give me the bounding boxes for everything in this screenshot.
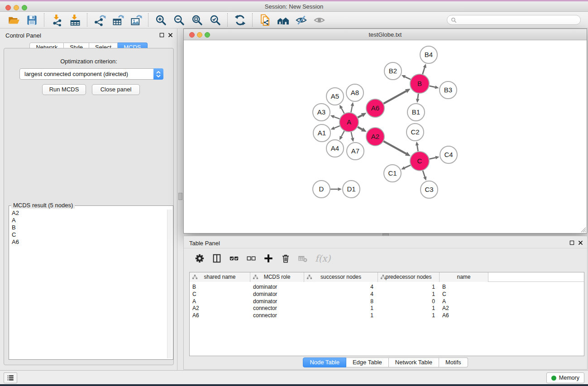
table-cell[interactable]: A2 xyxy=(440,305,488,312)
float-panel-icon[interactable] xyxy=(159,32,165,38)
search-input[interactable] xyxy=(459,17,577,23)
table-cell[interactable]: 1 xyxy=(304,305,378,312)
graph-node-A2[interactable]: A2 xyxy=(366,128,384,146)
edge-A6-B[interactable] xyxy=(383,91,406,103)
edge-C-C2[interactable] xyxy=(417,145,418,151)
table-cell[interactable]: B xyxy=(440,284,488,291)
table-cell[interactable]: connector xyxy=(250,312,304,319)
edge-C-C4[interactable] xyxy=(429,157,435,159)
table-row[interactable]: Bdominator41B xyxy=(190,284,584,291)
edge-A-A4[interactable] xyxy=(341,131,344,137)
export-network-button[interactable] xyxy=(91,12,109,28)
table-cell[interactable]: 1 xyxy=(378,312,440,319)
table-row[interactable]: A2connector11A2 xyxy=(190,305,584,312)
add-column-button[interactable] xyxy=(261,251,276,266)
edge-C-C3[interactable] xyxy=(423,171,425,177)
table-cell[interactable]: A xyxy=(190,298,250,305)
export-image-button[interactable] xyxy=(127,12,145,28)
edge-B-B1[interactable] xyxy=(418,94,419,99)
table-cell[interactable]: A6 xyxy=(190,312,250,319)
result-list-item[interactable]: A2 xyxy=(10,210,167,217)
edge-A-A5[interactable] xyxy=(341,108,344,114)
column-header-shared-name[interactable]: shared name xyxy=(190,272,250,282)
graph-node-D1[interactable]: D1 xyxy=(343,181,360,198)
select-all-button[interactable] xyxy=(226,251,242,266)
table-cell[interactable]: B xyxy=(190,284,250,291)
hide-selected-button[interactable] xyxy=(292,12,310,28)
zoom-in-button[interactable] xyxy=(152,12,170,28)
graph-node-D[interactable]: D xyxy=(313,181,330,198)
float-panel-icon[interactable] xyxy=(569,240,575,246)
graph-node-A5[interactable]: A5 xyxy=(326,88,344,105)
table-row[interactable]: Cdominator41C xyxy=(190,291,584,298)
edge-A2-C[interactable] xyxy=(383,141,406,153)
close-panel-icon[interactable] xyxy=(578,240,583,246)
new-network-from-selection-button[interactable] xyxy=(256,12,274,28)
edge-A-A8[interactable] xyxy=(351,106,352,113)
column-header-successor-nodes[interactable]: successor nodes xyxy=(304,272,378,282)
clear-selection-button[interactable] xyxy=(244,251,259,266)
run-mcds-button[interactable]: Run MCDS xyxy=(42,84,86,95)
table-cell[interactable]: 4 xyxy=(304,284,378,291)
import-table-button[interactable] xyxy=(66,12,84,28)
show-all-button[interactable] xyxy=(310,12,328,28)
zoom-out-button[interactable] xyxy=(170,12,188,28)
edge-A-A2[interactable] xyxy=(358,127,362,129)
graph-node-B2[interactable]: B2 xyxy=(384,62,402,80)
edge-A-A7[interactable] xyxy=(351,132,353,138)
edge-A-A1[interactable] xyxy=(334,126,339,128)
tab-motifs[interactable]: Motifs xyxy=(439,357,468,367)
import-network-button[interactable] xyxy=(48,12,66,28)
graph-node-C4[interactable]: C4 xyxy=(440,146,457,163)
table-row[interactable]: Adominator80A xyxy=(190,298,584,305)
edge-A-A3[interactable] xyxy=(334,117,340,119)
graph-node-B4[interactable]: B4 xyxy=(420,46,437,63)
memory-button[interactable]: Memory xyxy=(546,372,584,383)
graph-node-B3[interactable]: B3 xyxy=(440,81,457,99)
graph-node-A4[interactable]: A4 xyxy=(326,140,344,157)
network-window-titlebar[interactable]: testGlobe.txt xyxy=(184,29,587,40)
graph-node-A8[interactable]: A8 xyxy=(346,84,363,101)
table-row[interactable]: A6connector11A6 xyxy=(190,312,584,319)
graph-node-C1[interactable]: C1 xyxy=(384,165,401,182)
close-panel-button[interactable]: Close panel xyxy=(92,84,140,95)
table-settings-button[interactable] xyxy=(192,251,207,266)
table-cell[interactable]: A6 xyxy=(440,312,488,319)
edge-B-B2[interactable] xyxy=(405,77,411,80)
task-history-button[interactable] xyxy=(4,372,17,383)
table-cell[interactable]: connector xyxy=(250,305,304,312)
table-cell[interactable]: A xyxy=(440,298,488,305)
open-session-button[interactable] xyxy=(5,12,23,28)
save-session-button[interactable] xyxy=(23,12,41,28)
graph-node-B1[interactable]: B1 xyxy=(407,104,425,121)
table-cell[interactable]: 0 xyxy=(378,298,440,305)
graph-node-A7[interactable]: A7 xyxy=(347,143,364,160)
result-list-item[interactable]: B xyxy=(10,224,167,231)
apply-layout-button[interactable] xyxy=(231,12,249,28)
edge-A-A6[interactable] xyxy=(358,115,362,118)
network-canvas[interactable]: ABCA2A6A1A3A4A5A7A8B1B2B3B4C1C2C3C4DD1 xyxy=(184,40,587,233)
column-header-name[interactable]: name xyxy=(440,272,488,282)
zoom-fit-button[interactable] xyxy=(188,12,206,28)
result-list-item[interactable]: A xyxy=(10,217,167,224)
export-table-button[interactable] xyxy=(109,12,127,28)
table-cell[interactable]: 1 xyxy=(378,291,440,298)
edge-B-B3[interactable] xyxy=(429,86,435,87)
graph-node-A[interactable]: A xyxy=(339,113,359,132)
result-list-scrollbar[interactable] xyxy=(167,210,172,358)
close-panel-icon[interactable] xyxy=(167,32,173,38)
graph-node-C[interactable]: C xyxy=(410,152,429,171)
column-header-predecessor-nodes[interactable]: predecessor nodes xyxy=(378,272,440,282)
table-cell[interactable]: dominator xyxy=(250,284,304,291)
result-list-item[interactable]: A6 xyxy=(10,238,167,246)
column-header-mcds-role[interactable]: MCDS role xyxy=(250,272,304,282)
table-cell[interactable]: C xyxy=(190,291,250,298)
resize-grip-icon[interactable] xyxy=(579,225,586,233)
graph-node-A3[interactable]: A3 xyxy=(313,104,330,121)
graph-node-B[interactable]: B xyxy=(410,74,429,93)
table-cell[interactable]: dominator xyxy=(250,291,304,298)
table-cell[interactable]: C xyxy=(440,291,488,298)
table-cell[interactable]: 8 xyxy=(304,298,378,305)
criterion-dropdown[interactable]: largest connected component (directed) xyxy=(19,68,163,80)
graph-node-A1[interactable]: A1 xyxy=(313,124,330,142)
